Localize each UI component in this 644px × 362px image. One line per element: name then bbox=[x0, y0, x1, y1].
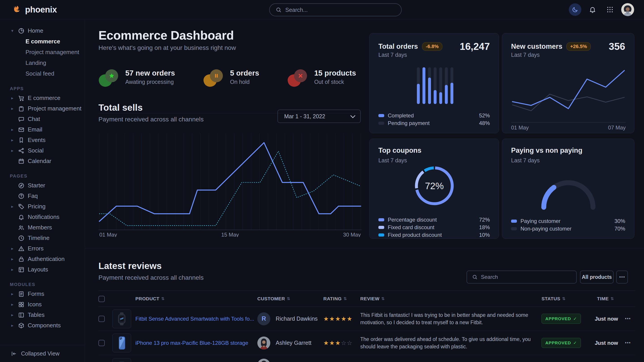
column-header-customer[interactable]: CUSTOMER⇅ bbox=[257, 291, 290, 307]
warning-icon bbox=[18, 245, 24, 252]
product-thumbnail[interactable] bbox=[112, 310, 131, 328]
sidebar-item-project-management[interactable]: ▸Project management bbox=[10, 103, 85, 114]
sidebar-item-icons[interactable]: ▸Icons bbox=[10, 299, 85, 310]
notifications-button[interactable] bbox=[586, 3, 599, 16]
sidebar-item-starter[interactable]: Starter bbox=[10, 180, 85, 191]
sidebar-item-notifications[interactable]: Notifications bbox=[10, 212, 85, 222]
global-search-input[interactable] bbox=[285, 7, 396, 13]
stats-row: 57 new ordersAwating processing5 ordersO… bbox=[99, 67, 356, 87]
rating-stars: ★★★★★ bbox=[323, 307, 353, 331]
column-header-product[interactable]: PRODUCT⇅ bbox=[136, 291, 165, 307]
sidebar-item-faq[interactable]: Faq bbox=[10, 191, 85, 201]
sidebar-item-calendar[interactable]: Calendar bbox=[10, 156, 85, 166]
coupons-legend-item: Fixed card discount18% bbox=[378, 225, 490, 230]
sidebar-item-pricing[interactable]: ▸Pricing bbox=[10, 201, 85, 212]
grid-9-icon bbox=[606, 6, 614, 13]
sidebar-item-email[interactable]: ▸Email bbox=[10, 124, 85, 135]
total-orders-card: Total orders -6.8% 16,247 Last 7 days Co… bbox=[369, 33, 499, 133]
legend-swatch bbox=[378, 114, 384, 117]
customer-cell: RRichard Dawkins bbox=[257, 307, 318, 331]
column-label: RATING bbox=[323, 296, 342, 301]
card-period: Last 7 days bbox=[511, 52, 540, 58]
svg-text:72%: 72% bbox=[425, 181, 444, 191]
sidebar-item-e-commerce[interactable]: ▸E commerce bbox=[10, 93, 85, 103]
sidebar-item-tables[interactable]: ▸Tables bbox=[10, 310, 85, 320]
chevron-right-icon: ▸ bbox=[10, 257, 15, 262]
row-checkbox[interactable] bbox=[98, 340, 105, 346]
review-cell: The order was delivered ahead of schedul… bbox=[360, 331, 535, 355]
chevron-down-icon bbox=[350, 113, 356, 118]
sidebar-item-label: Icons bbox=[28, 301, 42, 308]
sidebar-subitem-social-feed[interactable]: Social feed bbox=[10, 68, 85, 79]
product-link[interactable]: iPhone 13 pro max-Pacific Blue-128GB sto… bbox=[136, 340, 248, 346]
card-title: Top coupons bbox=[378, 146, 421, 154]
apps-grid-button[interactable] bbox=[604, 3, 616, 16]
sidebar-section-label: MODULES bbox=[10, 280, 85, 289]
sidebar-item-members[interactable]: Members bbox=[10, 222, 85, 233]
date-range-dropdown[interactable]: Mar 1 - 31, 2022 bbox=[278, 110, 361, 123]
column-header-time[interactable]: TIME⇅ bbox=[597, 291, 614, 307]
sidebar-subitem-project-management[interactable]: Project management bbox=[10, 47, 85, 57]
page-subtitle: Here's what's going on at your business … bbox=[98, 44, 236, 51]
sidebar-item-label: Social bbox=[28, 147, 44, 154]
sidebar-item-events[interactable]: ▸Events bbox=[10, 135, 85, 145]
row-checkbox[interactable] bbox=[98, 316, 105, 322]
chevron-right-icon: ▸ bbox=[10, 302, 15, 307]
select-all-checkbox[interactable] bbox=[98, 296, 105, 302]
users-icon bbox=[18, 224, 24, 231]
chevron-right-icon: ▸ bbox=[10, 95, 15, 101]
sidebar-item-label: Starter bbox=[28, 182, 45, 189]
sidebar-item-components[interactable]: ▸Components bbox=[10, 320, 85, 331]
profile-avatar[interactable] bbox=[621, 3, 634, 16]
brand-logo[interactable]: phoenix bbox=[12, 0, 57, 19]
bell-icon bbox=[18, 214, 24, 220]
product-thumbnail[interactable] bbox=[112, 334, 131, 353]
legend-value: 48% bbox=[479, 120, 490, 126]
column-header-status[interactable]: STATUS⇅ bbox=[542, 291, 566, 307]
sidebar-item-forms[interactable]: ▸Forms bbox=[10, 289, 85, 299]
reviews-table: PRODUCT⇅CUSTOMER⇅RATING⇅REVIEW⇅STATUS⇅TI… bbox=[98, 291, 636, 362]
stat-red: 15 productsOut of stock bbox=[288, 67, 356, 87]
reviews-search-input[interactable] bbox=[481, 274, 571, 280]
sidebar-item-timeline[interactable]: Timeline bbox=[10, 233, 85, 243]
legend-swatch bbox=[378, 218, 384, 221]
customer-name: Richard Dawkins bbox=[276, 316, 318, 322]
orders-bar-chart bbox=[416, 66, 456, 105]
sidebar-section-label: APPS bbox=[10, 84, 85, 93]
coupons-legend-item: Fixed product discount10% bbox=[378, 232, 490, 238]
review-text: The order was delivered ahead of schedul… bbox=[360, 336, 535, 350]
svg-text:15 May: 15 May bbox=[221, 232, 239, 237]
sidebar-item-label: E commerce bbox=[28, 95, 60, 101]
legend-label: Non-paying customer bbox=[520, 226, 572, 232]
all-products-button[interactable]: All products bbox=[580, 271, 614, 284]
card-period: Last 7 days bbox=[378, 157, 407, 164]
legend-value: 18% bbox=[479, 224, 490, 231]
collapse-view-button[interactable]: Collapsed View bbox=[0, 345, 85, 362]
review-text: This Fitbit is fantastic! I was trying t… bbox=[360, 312, 535, 326]
sidebar-item-authentication[interactable]: ▸Authentication bbox=[10, 254, 85, 264]
sidebar-item-social[interactable]: ▸Social bbox=[10, 145, 85, 156]
sidebar-item-label: Errors bbox=[28, 245, 44, 252]
product-thumbnail-cell bbox=[112, 334, 131, 353]
sidebar-item-home[interactable]: ▾Home bbox=[10, 25, 85, 36]
column-header-review[interactable]: REVIEW⇅ bbox=[360, 291, 385, 307]
bookmark-icon bbox=[18, 137, 24, 144]
row-actions-button[interactable]: ⋯ bbox=[625, 307, 630, 331]
product-link[interactable]: Fitbit Sense Advanced Smartwatch with To… bbox=[136, 316, 254, 322]
legend-label: Fixed product discount bbox=[388, 232, 442, 238]
sidebar-subitem-e-commerce[interactable]: E commerce bbox=[10, 36, 85, 47]
column-header-rating[interactable]: RATING⇅ bbox=[323, 291, 347, 307]
sidebar-item-layouts[interactable]: ▸Layouts bbox=[10, 264, 85, 275]
sidebar-item-chat[interactable]: Chat bbox=[10, 114, 85, 124]
row-actions-button[interactable]: ⋯ bbox=[625, 331, 630, 355]
sidebar-item-label: Calendar bbox=[28, 158, 52, 165]
chevron-right-icon: ▸ bbox=[10, 246, 15, 251]
card-period: Last 7 days bbox=[511, 157, 540, 164]
theme-toggle-button[interactable] bbox=[569, 3, 581, 16]
reviews-more-button[interactable]: ⋯ bbox=[616, 271, 628, 284]
sidebar-subitem-landing[interactable]: Landing bbox=[10, 57, 85, 68]
sidebar-item-errors[interactable]: ▸Errors bbox=[10, 243, 85, 254]
sidebar-item-label: Components bbox=[28, 322, 61, 329]
legend-value: 30% bbox=[614, 218, 625, 224]
column-label: CUSTOMER bbox=[257, 296, 285, 301]
